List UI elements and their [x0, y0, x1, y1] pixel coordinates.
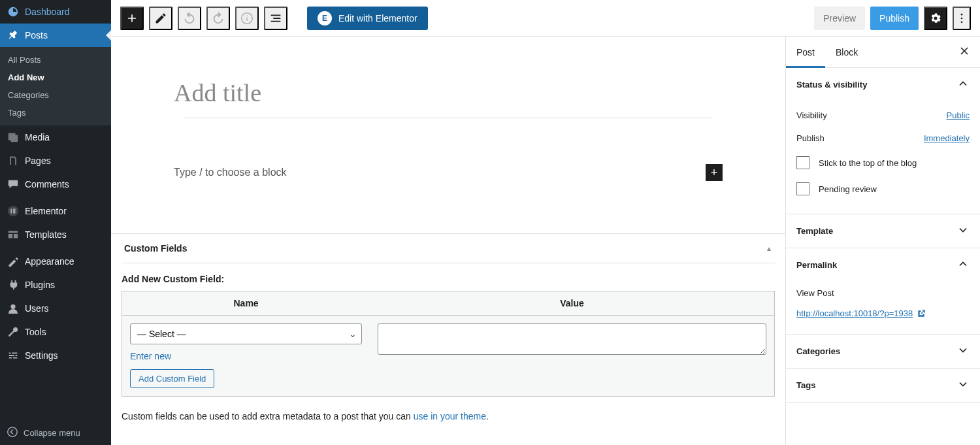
stick-to-top-row[interactable]: Stick to the top of the blog — [796, 150, 970, 176]
pending-checkbox[interactable] — [796, 182, 809, 195]
add-custom-field-button[interactable]: Add Custom Field — [130, 369, 214, 388]
sidebar-item-label: Dashboard — [25, 7, 70, 17]
svg-point-8 — [961, 21, 963, 23]
tags-section-toggle[interactable]: Tags — [786, 369, 980, 402]
permalink-url[interactable]: http://localhost:10018/?p=1938 — [796, 302, 926, 322]
template-section-toggle[interactable]: Template — [786, 214, 980, 248]
sidebar-item-templates[interactable]: Templates — [0, 223, 111, 246]
custom-fields-heading: Custom Fields — [124, 243, 187, 254]
custom-field-name-select[interactable]: — Select — — [130, 323, 362, 344]
publish-value[interactable]: Immediately — [924, 133, 970, 143]
chevron-down-icon — [956, 223, 970, 239]
sidebar-item-settings[interactable]: Settings — [0, 344, 111, 367]
sidebar-item-users[interactable]: Users — [0, 297, 111, 320]
elementor-icon — [7, 205, 20, 218]
plugins-icon — [7, 278, 20, 291]
publish-button[interactable]: Publish — [870, 7, 919, 30]
sidebar-item-label: Appearance — [25, 256, 74, 267]
tab-post[interactable]: Post — [786, 37, 825, 67]
status-visibility-toggle[interactable]: Status & visibility — [786, 68, 980, 101]
settings-icon — [7, 349, 20, 362]
sidebar-subitem-add-new[interactable]: Add New — [0, 69, 111, 86]
elementor-btn-label: Edit with Elementor — [338, 13, 417, 24]
chevron-down-icon — [956, 378, 970, 393]
stick-checkbox[interactable] — [796, 156, 809, 169]
media-icon — [7, 131, 20, 144]
sidebar-item-label: Pages — [25, 156, 51, 166]
templates-icon — [7, 228, 20, 241]
custom-fields-metabox: Custom Fields ▲ Add New Custom Field: Na… — [111, 233, 785, 432]
sidebar-subitem-categories[interactable]: Categories — [0, 86, 111, 104]
triangle-up-icon: ▲ — [766, 245, 772, 252]
undo-button[interactable] — [178, 7, 201, 30]
admin-sidebar: Dashboard Posts All Posts Add New Catego… — [0, 0, 111, 445]
add-block-button[interactable] — [120, 7, 144, 30]
sidebar-item-elementor[interactable]: Elementor — [0, 199, 111, 223]
outline-button[interactable] — [264, 7, 287, 30]
add-new-custom-field-label: Add New Custom Field: — [122, 274, 775, 284]
collapse-label: Collapse menu — [24, 428, 80, 438]
settings-tabs: Post Block — [786, 37, 980, 68]
pages-icon — [7, 154, 20, 167]
editor-canvas[interactable]: + Custom Fields ▲ Add New Custom Field: … — [111, 37, 785, 445]
elementor-badge-icon: E — [318, 11, 332, 25]
pending-review-row[interactable]: Pending review — [796, 176, 970, 202]
edit-with-elementor-button[interactable]: E Edit with Elementor — [307, 7, 428, 30]
sidebar-item-media[interactable]: Media — [0, 125, 111, 149]
posts-submenu: All Posts Add New Categories Tags — [0, 47, 111, 125]
editor-main: E Edit with Elementor Preview Publish + — [111, 0, 980, 445]
close-panel-button[interactable] — [958, 44, 971, 59]
custom-fields-table: Name Value — Select — — [122, 291, 775, 397]
sidebar-item-plugins[interactable]: Plugins — [0, 273, 111, 297]
info-button[interactable] — [235, 7, 259, 30]
title-underline — [184, 118, 712, 118]
preview-button[interactable]: Preview — [814, 7, 865, 30]
editor-toolbar: E Edit with Elementor Preview Publish — [111, 0, 980, 37]
custom-fields-toggle[interactable]: Custom Fields ▲ — [122, 234, 775, 263]
visibility-value[interactable]: Public — [947, 110, 970, 120]
post-title-input[interactable] — [174, 76, 723, 110]
sidebar-item-comments[interactable]: Comments — [0, 173, 111, 196]
sidebar-item-label: Plugins — [25, 280, 55, 290]
sidebar-item-label: Tools — [25, 327, 46, 337]
view-post-label: View Post — [796, 284, 970, 302]
post-content-input[interactable] — [174, 167, 706, 178]
sidebar-item-label: Elementor — [25, 206, 67, 216]
tab-block[interactable]: Block — [825, 37, 868, 67]
svg-point-6 — [961, 13, 963, 15]
svg-point-2 — [8, 427, 17, 437]
categories-section-toggle[interactable]: Categories — [786, 335, 980, 368]
stick-label: Stick to the top of the blog — [819, 158, 917, 168]
sidebar-item-label: Media — [25, 132, 50, 142]
edit-mode-button[interactable] — [149, 7, 172, 30]
sidebar-item-label: Settings — [25, 350, 58, 361]
redo-button[interactable] — [206, 7, 230, 30]
sidebar-item-dashboard[interactable]: Dashboard — [0, 0, 111, 24]
publish-label: Publish — [796, 133, 924, 143]
external-link-icon — [917, 309, 926, 318]
custom-field-value-textarea[interactable] — [378, 323, 766, 355]
collapse-menu[interactable]: Collapse menu — [0, 421, 111, 445]
inline-add-block-button[interactable]: + — [706, 164, 723, 181]
svg-point-1 — [10, 305, 15, 309]
collapse-icon — [7, 426, 18, 440]
sidebar-item-pages[interactable]: Pages — [0, 149, 111, 173]
use-in-theme-link[interactable]: use in your theme — [414, 411, 486, 421]
svg-point-5 — [246, 15, 248, 16]
sidebar-item-label: Users — [25, 303, 49, 314]
sidebar-item-tools[interactable]: Tools — [0, 320, 111, 344]
sidebar-subitem-all-posts[interactable]: All Posts — [0, 51, 111, 69]
sidebar-item-appearance[interactable]: Appearance — [0, 250, 111, 273]
sidebar-subitem-tags[interactable]: Tags — [0, 104, 111, 122]
settings-toggle-button[interactable] — [924, 7, 947, 30]
sidebar-item-posts[interactable]: Posts — [0, 24, 111, 47]
enter-new-link[interactable]: Enter new — [130, 351, 171, 361]
visibility-label: Visibility — [796, 110, 947, 120]
sidebar-item-label: Templates — [25, 229, 67, 240]
permalink-section-toggle[interactable]: Permalink — [786, 248, 980, 282]
custom-fields-help: Custom fields can be used to add extra m… — [122, 411, 775, 421]
cf-col-name: Name — [122, 291, 370, 316]
svg-point-7 — [961, 17, 963, 19]
chevron-down-icon — [956, 344, 970, 359]
more-options-button[interactable] — [953, 7, 971, 30]
